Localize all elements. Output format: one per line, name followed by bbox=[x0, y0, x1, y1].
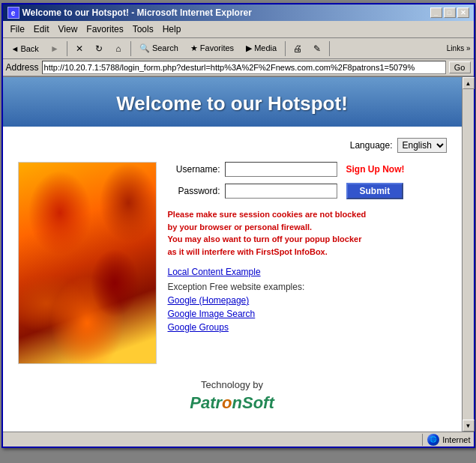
toolbar-separator-4 bbox=[329, 41, 330, 56]
content-inner: Welcome to our Hotspot! Language: Englis… bbox=[3, 77, 462, 432]
links-label: Links » bbox=[447, 44, 471, 52]
minimize-button[interactable]: _ bbox=[430, 7, 442, 18]
edit-button[interactable]: ✎ bbox=[308, 40, 326, 57]
window-title: Welcome to our Hotspot! - Microsoft Inte… bbox=[22, 7, 252, 18]
submit-button[interactable]: Submit bbox=[346, 183, 404, 199]
patron-dot: o bbox=[222, 393, 232, 412]
favorites-button[interactable]: ★ Favorites bbox=[185, 41, 239, 55]
status-bar: 🌐 Internet bbox=[3, 432, 474, 447]
page-body: Language: English Username: bbox=[3, 127, 462, 432]
home-button[interactable]: ⌂ bbox=[109, 40, 127, 57]
language-label: Language: bbox=[350, 140, 393, 151]
address-bar: Address Go bbox=[3, 59, 474, 77]
leaf-decoration bbox=[19, 163, 156, 363]
maximize-button[interactable]: □ bbox=[444, 7, 456, 18]
title-bar-left: e Welcome to our Hotspot! - Microsoft In… bbox=[7, 7, 252, 19]
menu-bar: File Edit View Favorites Tools Help bbox=[3, 21, 474, 38]
scroll-track[interactable] bbox=[463, 89, 474, 420]
status-right: 🌐 Internet bbox=[422, 434, 470, 446]
address-label: Address bbox=[6, 62, 39, 73]
toolbar-separator-3 bbox=[285, 41, 286, 56]
status-icon bbox=[6, 434, 18, 446]
google-homepage-link[interactable]: Google (Homepage) bbox=[168, 295, 447, 306]
title-bar-buttons: _ □ ✕ bbox=[430, 7, 469, 18]
toolbar-separator-1 bbox=[67, 41, 67, 56]
page-title: Welcome to our Hotspot! bbox=[10, 92, 454, 115]
language-select[interactable]: English bbox=[397, 138, 447, 153]
go-button[interactable]: Go bbox=[449, 61, 471, 73]
internet-label: Internet bbox=[442, 435, 470, 444]
signup-link[interactable]: Sign Up Now! bbox=[346, 164, 405, 175]
google-image-link[interactable]: Google Image Search bbox=[168, 309, 447, 319]
menu-edit[interactable]: Edit bbox=[29, 22, 54, 36]
main-content: Username: Sign Up Now! Password: Submit bbox=[18, 162, 447, 364]
refresh-button[interactable]: ↻ bbox=[90, 40, 108, 57]
print-button[interactable]: 🖨 bbox=[289, 40, 307, 57]
toolbar: ◄ Back ► ✕ ↻ ⌂ 🔍 Search ★ Favorites ▶ Me… bbox=[3, 38, 474, 59]
title-bar: e Welcome to our Hotspot! - Microsoft In… bbox=[3, 4, 474, 21]
address-input[interactable] bbox=[42, 61, 446, 74]
content-wrapper: Welcome to our Hotspot! Language: Englis… bbox=[3, 77, 474, 432]
password-row: Password: Submit bbox=[168, 183, 447, 199]
menu-tools[interactable]: Tools bbox=[128, 22, 158, 36]
username-row: Username: Sign Up Now! bbox=[168, 162, 447, 177]
browser-window: e Welcome to our Hotspot! - Microsoft In… bbox=[1, 3, 475, 448]
page-header: Welcome to our Hotspot! bbox=[3, 77, 462, 127]
autumn-leaves-image bbox=[18, 162, 157, 364]
menu-help[interactable]: Help bbox=[158, 22, 186, 36]
status-left bbox=[6, 434, 420, 446]
search-button[interactable]: 🔍 Search bbox=[134, 41, 184, 55]
scroll-down-button[interactable]: ▼ bbox=[463, 420, 475, 432]
language-row: Language: English bbox=[18, 138, 447, 153]
technology-by-label: Technology by bbox=[18, 379, 447, 390]
internet-icon: 🌐 bbox=[427, 434, 439, 446]
menu-file[interactable]: File bbox=[6, 22, 29, 36]
password-label: Password: bbox=[168, 186, 220, 196]
scroll-up-button[interactable]: ▲ bbox=[463, 77, 475, 89]
back-icon: ◄ bbox=[11, 44, 19, 53]
menu-favorites[interactable]: Favorites bbox=[82, 22, 127, 36]
toolbar-separator-2 bbox=[130, 41, 131, 56]
scrollbar: ▲ ▼ bbox=[462, 77, 474, 432]
footer: Technology by PatronSoft bbox=[18, 364, 447, 420]
forward-button[interactable]: ► bbox=[46, 40, 64, 57]
patronsoft-logo: PatronSoft bbox=[18, 393, 447, 413]
back-label: Back bbox=[20, 44, 38, 53]
exception-label: Exception Free website examples: bbox=[168, 282, 447, 292]
media-button[interactable]: ▶ Media bbox=[241, 41, 282, 55]
local-content-link[interactable]: Local Content Example bbox=[168, 267, 447, 277]
menu-view[interactable]: View bbox=[54, 22, 82, 36]
stop-button[interactable]: ✕ bbox=[70, 40, 88, 57]
google-groups-link[interactable]: Google Groups bbox=[168, 322, 447, 333]
warning-text: Please make sure session cookies are not… bbox=[168, 208, 447, 258]
ie-title-icon: e bbox=[7, 7, 19, 19]
username-label: Username: bbox=[168, 164, 220, 175]
back-button[interactable]: ◄ Back bbox=[6, 42, 44, 55]
username-input[interactable] bbox=[225, 162, 337, 177]
close-button[interactable]: ✕ bbox=[457, 7, 469, 18]
password-input[interactable] bbox=[225, 184, 337, 199]
login-section: Username: Sign Up Now! Password: Submit bbox=[168, 162, 447, 364]
links-section: Local Content Example Exception Free web… bbox=[168, 267, 447, 333]
